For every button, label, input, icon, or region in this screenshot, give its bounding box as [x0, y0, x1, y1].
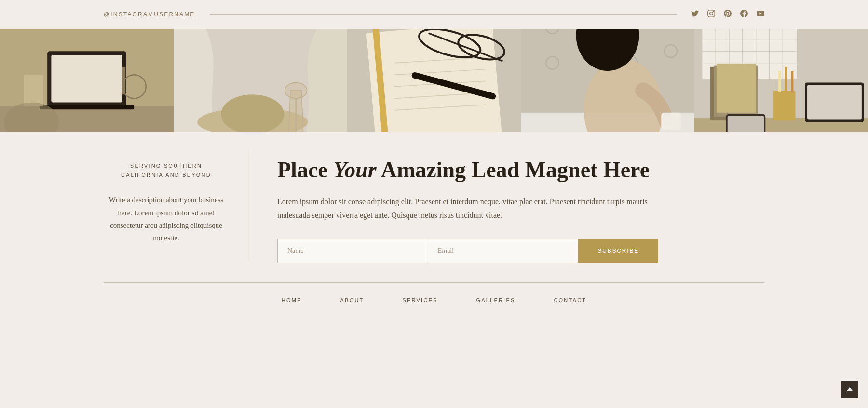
photo-cell-2 [174, 29, 347, 132]
scroll-to-top-button[interactable] [841, 381, 858, 398]
svg-rect-39 [661, 113, 681, 130]
subscribe-form: SUBSCRIBE [277, 239, 658, 263]
lead-magnet-description: Lorem ipsum dolor sit conse adipiscing e… [277, 195, 653, 222]
pinterest-icon[interactable] [724, 10, 732, 19]
nav-about[interactable]: ABOUT [340, 297, 364, 303]
top-bar: @INSTAGRAMUSERNAME [0, 0, 868, 29]
nav-galleries[interactable]: GALLERIES [476, 297, 515, 303]
svg-rect-67 [728, 116, 764, 132]
email-input[interactable] [428, 239, 579, 263]
subscribe-button[interactable]: SUBSCRIBE [578, 239, 658, 263]
instagram-handle[interactable]: @INSTAGRAMUSERNAME [104, 11, 195, 18]
svg-rect-7 [122, 67, 126, 94]
svg-rect-65 [807, 85, 862, 120]
svg-rect-3 [51, 55, 122, 102]
svg-point-11 [221, 94, 284, 132]
svg-rect-59 [717, 64, 756, 112]
sidebar-description: Write a description about your business … [104, 194, 229, 244]
instagram-icon[interactable] [707, 10, 715, 19]
youtube-icon[interactable] [757, 10, 764, 19]
serving-title: SERVING SOUTHERN CALIFORNIA AND BEYOND [121, 161, 211, 179]
facebook-icon[interactable] [740, 10, 748, 19]
nav-services[interactable]: SERVICES [402, 297, 437, 303]
top-bar-divider [210, 14, 677, 15]
svg-rect-60 [773, 91, 796, 120]
left-sidebar: SERVING SOUTHERN CALIFORNIA AND BEYOND W… [104, 152, 248, 263]
main-content: SERVING SOUTHERN CALIFORNIA AND BEYOND W… [104, 132, 764, 282]
social-icons-group [691, 10, 764, 19]
svg-rect-4 [40, 105, 134, 109]
lead-magnet-title: Place Your Amazing Lead Magnet Here [277, 157, 764, 183]
nav-home[interactable]: HOME [282, 297, 302, 303]
photo-cell-1 [0, 29, 174, 132]
footer-nav: HOME ABOUT SERVICES GALLERIES CONTACT [0, 283, 868, 313]
name-input[interactable] [277, 239, 428, 263]
photo-cell-4 [521, 29, 694, 132]
right-content: Place Your Amazing Lead Magnet Here Lore… [248, 152, 764, 263]
photo-cell-5 [694, 29, 868, 132]
svg-rect-5 [24, 75, 43, 106]
twitter-icon[interactable] [691, 10, 699, 19]
photo-cell-3 [347, 29, 521, 132]
photo-strip [0, 29, 868, 132]
svg-point-13 [285, 83, 307, 99]
nav-contact[interactable]: CONTACT [554, 297, 586, 303]
